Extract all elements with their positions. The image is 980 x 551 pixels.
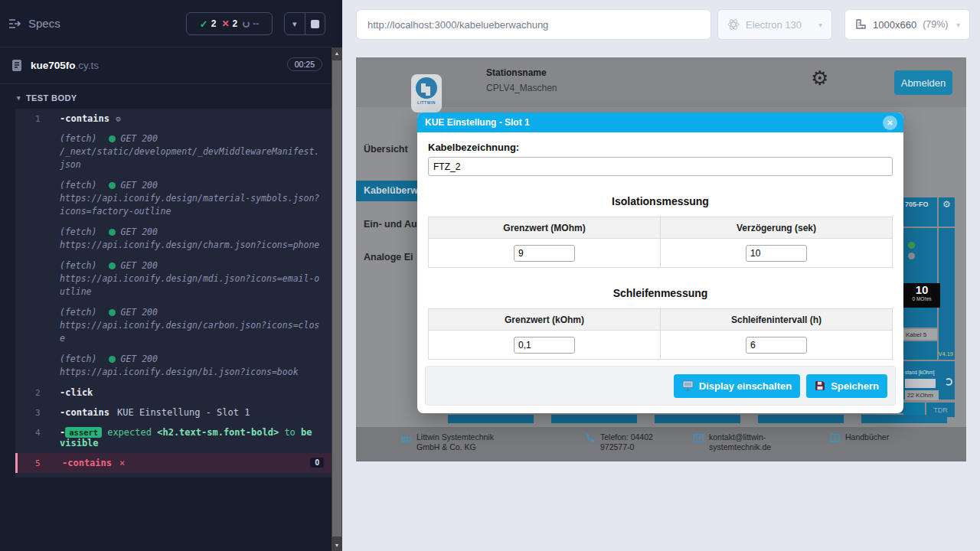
- column-header: Schleifenintervall (h): [661, 309, 893, 331]
- viewport-size-selector[interactable]: 1000x660 (79%) ▾: [844, 9, 970, 40]
- specs-button[interactable]: Specs: [8, 17, 60, 30]
- factory-icon: [400, 432, 412, 444]
- loop-interval-input[interactable]: [746, 337, 807, 354]
- station-name-label: Stationsname: [486, 67, 547, 78]
- status-dot-icon: [109, 356, 116, 363]
- stat-pending: --: [243, 18, 259, 29]
- command-row-contains-failed[interactable]: 5 -contains× 0: [15, 453, 332, 473]
- chevron-down-icon: ▾: [818, 21, 822, 29]
- collapse-button[interactable]: ▾: [285, 13, 305, 34]
- scrollbar-thumb[interactable]: [332, 60, 341, 536]
- slot-card-title: 705-FO: [903, 197, 937, 208]
- firmware-version: V4.19: [938, 350, 953, 357]
- chevron-down-icon: ▾: [956, 21, 960, 29]
- run-controls: ▾: [284, 12, 325, 35]
- app-footer: Littwin Systemtechnik GmbH & Co. KG Tele…: [356, 427, 966, 461]
- status-dot-icon: [109, 262, 116, 269]
- phone-icon: [584, 432, 596, 444]
- settings-gear-icon[interactable]: ⚙: [811, 68, 828, 88]
- scroll-down-icon[interactable]: ▼: [332, 540, 342, 551]
- cable-name-input[interactable]: [428, 157, 893, 176]
- isolation-table: Grenzwert (MOhm) Verzögerung (sek): [428, 217, 893, 268]
- command-row-contains-1[interactable]: 1 -contains⚙: [15, 109, 332, 129]
- electron-atom-icon: [727, 18, 740, 31]
- retry-count-badge: 0: [310, 458, 324, 468]
- loop-limit-input[interactable]: [514, 337, 575, 354]
- command-row-click[interactable]: 2 -click: [15, 383, 332, 403]
- fetch-log-row[interactable]: (fetch)GET 200 https://api.iconify.desig…: [15, 256, 332, 302]
- screen: Specs ✓ 2 ✕ 2 -- ▾: [0, 0, 980, 551]
- test-stats: ✓ 2 ✕ 2 --: [186, 12, 273, 35]
- scroll-up-icon[interactable]: ▲: [332, 47, 342, 59]
- close-icon[interactable]: ✕: [883, 116, 897, 130]
- stat-passed: ✓ 2: [200, 18, 217, 30]
- app-header: Stationsname CPLV4_Maschen ⚙ Abmelden: [356, 57, 966, 107]
- fetch-log-row[interactable]: (fetch)GET 200 /_next/static/development…: [15, 129, 332, 175]
- modal-footer: Display einschalten Speichern: [425, 366, 896, 406]
- loop-section-heading: Schleifenmessung: [428, 287, 893, 299]
- browser-bar: Electron 130 ▾ 1000x660 (79%) ▾: [342, 0, 980, 49]
- logo-mark-icon: [416, 77, 437, 99]
- loop-table: Grenzwert (kOhm) Schleifenintervall (h): [428, 308, 893, 360]
- specs-label: Specs: [28, 17, 60, 30]
- footer-company: Littwin Systemtechnik GmbH & Co. KG: [400, 432, 505, 452]
- resistance-value: 22 KOhm: [905, 390, 939, 400]
- footer-phone: Telefon: 04402 972577-0: [584, 432, 684, 452]
- stat-failed: ✕ 2: [221, 18, 237, 29]
- column-header: Grenzwert (kOhm): [429, 309, 661, 331]
- refresh-icon[interactable]: [945, 378, 952, 386]
- aut-viewport: Stationsname CPLV4_Maschen ⚙ Abmelden LI…: [356, 57, 966, 461]
- spec-file-name: kue705fo.cy.ts: [31, 60, 99, 71]
- slot-gear-icon[interactable]: ⚙: [939, 197, 955, 210]
- display-on-button[interactable]: Display einschalten: [674, 374, 800, 398]
- command-log: 1 -contains⚙ (fetch)GET 200 /_next/stati…: [15, 109, 332, 478]
- save-button[interactable]: Speichern: [806, 374, 887, 398]
- test-body-toggle[interactable]: ▾ TEST BODY: [0, 84, 332, 109]
- pending-icon: [243, 21, 250, 28]
- footer-email[interactable]: kontakt@littwin-systemtechnik.de: [693, 432, 782, 452]
- kue-settings-modal: KUE Einstellung - Slot 1 ✕ Kabelbezeichn…: [417, 112, 903, 413]
- cypress-reporter-panel: Specs ✓ 2 ✕ 2 -- ▾: [0, 0, 332, 551]
- chevron-down-icon: ▾: [292, 19, 297, 29]
- modal-title: KUE Einstellung - Slot 1: [425, 117, 530, 128]
- footer-manuals[interactable]: Handbücher: [829, 432, 889, 444]
- viewport-zoom: (79%): [923, 19, 948, 30]
- command-row-assert[interactable]: 4 -assertexpected <h2.text-sm.font-bold>…: [15, 422, 332, 453]
- floppy-disk-icon: [815, 380, 825, 391]
- reporter-scrollbar[interactable]: ▲ ▼: [332, 47, 342, 551]
- status-green-dot: [908, 242, 915, 249]
- status-gray-dot: [908, 253, 915, 259]
- cable-name-label: Kabel 5: [903, 329, 937, 340]
- specs-list-icon: [8, 18, 21, 30]
- stop-button[interactable]: [305, 13, 325, 34]
- fetch-log-row[interactable]: (fetch)GET 200 https://api.iconify.desig…: [15, 349, 332, 383]
- resistance-input[interactable]: [905, 379, 936, 388]
- isolation-delay-input[interactable]: [746, 245, 807, 262]
- modal-body: Kabelbezeichnung: Isolationsmessung Gren…: [417, 142, 903, 360]
- stop-icon: [311, 20, 319, 28]
- spec-file-row[interactable]: kue705fo.cy.ts 00:25: [0, 47, 332, 84]
- viewport-size: 1000x660: [873, 19, 916, 31]
- logout-button[interactable]: Abmelden: [894, 70, 952, 95]
- browser-name: Electron 130: [746, 19, 802, 31]
- spec-duration-badge: 00:25: [287, 57, 322, 71]
- modal-header: KUE Einstellung - Slot 1 ✕: [417, 112, 903, 132]
- scrollbar-cap: [332, 0, 342, 47]
- status-dot-icon: [109, 309, 116, 316]
- fetch-log-row[interactable]: (fetch)GET 200 https://api.iconify.desig…: [15, 222, 332, 256]
- browser-selector[interactable]: Electron 130 ▾: [717, 9, 832, 40]
- status-dot-icon: [109, 135, 116, 142]
- x-icon: ✕: [221, 18, 229, 29]
- test-body-label: TEST BODY: [26, 93, 77, 103]
- url-input[interactable]: [356, 9, 711, 40]
- column-header: Grenzwert (MOhm): [429, 217, 661, 239]
- assert-badge: assert: [65, 427, 102, 438]
- column-header: Verzögerung (sek): [661, 217, 893, 239]
- fetch-log-row[interactable]: (fetch)GET 200 https://api.iconify.desig…: [15, 175, 332, 222]
- command-row-contains-3[interactable]: 3 -containsKUE Einstellung - Slot 1: [15, 403, 332, 422]
- status-dot-icon: [109, 182, 116, 189]
- fetch-log-row[interactable]: (fetch)GET 200 https://api.iconify.desig…: [15, 302, 332, 349]
- isolation-section-heading: Isolationsmessung: [428, 195, 893, 207]
- isolation-limit-input[interactable]: [514, 245, 575, 262]
- check-icon: ✓: [200, 18, 208, 30]
